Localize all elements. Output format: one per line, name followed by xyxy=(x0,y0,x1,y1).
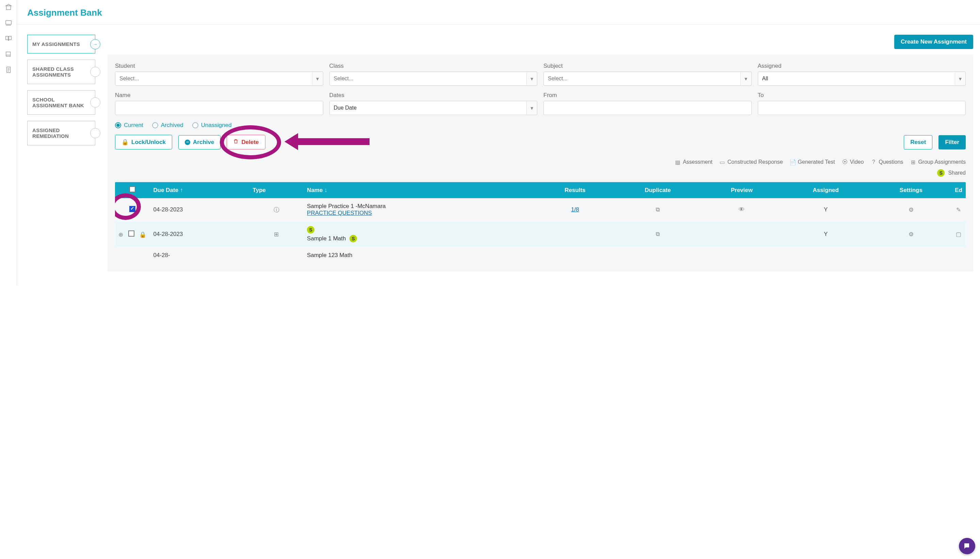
tab-knob-icon xyxy=(90,98,101,108)
tab-assigned-remediation[interactable]: ASSIGNED REMEDIATION xyxy=(27,121,95,146)
col-duplicate[interactable]: Duplicate xyxy=(613,182,703,198)
book-icon[interactable] xyxy=(5,50,12,58)
questions-icon: ⓘ xyxy=(274,207,279,213)
duplicate-icon[interactable]: ⧉ xyxy=(656,206,660,213)
settings-gear-icon[interactable]: ⚙ xyxy=(909,207,914,213)
duplicate-icon[interactable]: ⧉ xyxy=(656,231,660,237)
legend-assessment: ▤Assessment xyxy=(675,159,713,165)
filter-panel: Student ▾ Class ▾ xyxy=(107,55,973,272)
status-radio-group: Current Archived Unassigned xyxy=(115,122,966,129)
screen-icon[interactable] xyxy=(5,19,12,26)
edit-pencil-icon[interactable]: ✎ xyxy=(956,207,961,213)
col-due-date[interactable]: Due Date ↑ xyxy=(150,182,249,198)
chevron-down-icon[interactable]: ▾ xyxy=(526,71,537,86)
cell-name: S Sample 1 Math S xyxy=(304,221,537,247)
svg-marker-3 xyxy=(284,133,370,150)
col-edit[interactable]: Ed xyxy=(952,182,966,198)
shared-badge-icon: S xyxy=(307,226,314,233)
divider xyxy=(17,24,980,25)
building-icon[interactable] xyxy=(5,3,12,11)
lock-unlock-button[interactable]: 🔒 Lock/Unlock xyxy=(115,135,172,149)
col-settings[interactable]: Settings xyxy=(870,182,952,198)
preview-icon[interactable]: 👁 xyxy=(739,206,744,213)
settings-gear-icon[interactable]: ⚙ xyxy=(909,231,914,238)
archive-button[interactable]: − Archive xyxy=(178,135,221,149)
from-label: From xyxy=(543,92,752,99)
cell-due-date: 04-28-2023 xyxy=(150,221,249,247)
reset-button[interactable]: Reset xyxy=(904,135,932,149)
dates-select[interactable] xyxy=(329,101,527,115)
cell-due-date: 04-28-2023 xyxy=(150,198,249,221)
chevron-down-icon[interactable]: ▾ xyxy=(526,101,537,115)
left-nav-rail xyxy=(0,0,17,285)
radio-unassigned[interactable]: Unassigned xyxy=(192,122,232,129)
radio-label: Unassigned xyxy=(201,122,232,129)
col-preview[interactable]: Preview xyxy=(703,182,781,198)
tab-school-bank[interactable]: SCHOOL ASSIGNMENT BANK xyxy=(27,90,95,115)
sort-up-icon: ↑ xyxy=(180,187,183,194)
assigned-select[interactable] xyxy=(758,71,955,86)
group-assignments-icon: ⊞ xyxy=(274,231,279,238)
radio-current[interactable]: Current xyxy=(115,122,143,129)
book-open-icon[interactable] xyxy=(5,35,12,42)
questions-icon: ? xyxy=(870,159,876,165)
class-select[interactable] xyxy=(329,71,527,86)
legend-generated: 📄Generated Test xyxy=(790,159,835,165)
assignments-table: Due Date ↑ Type Name ↓ Results Duplicate… xyxy=(115,182,966,263)
side-tabs: MY ASSIGNMENTS → SHARED CLASS ASSIGNMENT… xyxy=(27,35,95,272)
expand-plus-icon[interactable]: ⊕ xyxy=(119,232,123,238)
subject-label: Subject xyxy=(543,63,752,69)
cell-name: Sample 123 Math xyxy=(304,247,537,263)
assignment-name: Sample Practice 1 -McNamara xyxy=(307,203,534,210)
col-assigned[interactable]: Assigned xyxy=(781,182,871,198)
row-checkbox[interactable] xyxy=(129,206,135,212)
delete-button[interactable]: Delete xyxy=(227,135,265,149)
radio-archived[interactable]: Archived xyxy=(152,122,183,129)
from-input[interactable] xyxy=(543,101,752,115)
radio-label: Current xyxy=(124,122,143,129)
sort-down-icon: ↓ xyxy=(324,187,327,194)
filter-button[interactable]: Filter xyxy=(939,135,966,149)
document-icon[interactable] xyxy=(5,66,12,74)
col-results[interactable]: Results xyxy=(537,182,613,198)
name-input[interactable] xyxy=(115,101,323,115)
results-link[interactable]: 1/8 xyxy=(571,206,579,213)
tab-my-assignments[interactable]: MY ASSIGNMENTS → xyxy=(27,35,95,53)
subject-select[interactable] xyxy=(543,71,741,86)
create-assignment-button[interactable]: Create New Assignment xyxy=(894,35,973,49)
col-type[interactable]: Type xyxy=(249,182,304,198)
annotation-arrow-delete xyxy=(284,128,373,155)
legend-constructed: ▭Constructed Response xyxy=(719,159,783,165)
to-input[interactable] xyxy=(758,101,966,115)
assignment-sublink[interactable]: PRACTICE QUESTIONS xyxy=(307,210,372,216)
legend-shared: S Shared xyxy=(115,169,966,177)
cell-preview xyxy=(703,221,781,247)
button-label: Archive xyxy=(193,139,214,146)
constructed-response-icon: ▭ xyxy=(719,159,726,165)
cell-due-date: 04-28- xyxy=(150,247,249,263)
cell-assigned: Y xyxy=(781,221,871,247)
chevron-down-icon[interactable]: ▾ xyxy=(955,71,966,86)
tab-knob-icon xyxy=(90,67,101,77)
trash-icon xyxy=(233,139,239,146)
chevron-down-icon[interactable]: ▾ xyxy=(741,71,751,86)
tab-label: ASSIGNED REMEDIATION xyxy=(32,127,69,139)
row-checkbox[interactable] xyxy=(128,230,134,237)
table-row: ⊕ 🔒 04-28-2023 ⊞ S Sa xyxy=(115,221,966,247)
chevron-down-icon[interactable]: ▾ xyxy=(312,71,323,86)
dates-label: Dates xyxy=(329,92,538,99)
col-name[interactable]: Name ↓ xyxy=(304,182,537,198)
lock-icon: 🔒 xyxy=(122,139,129,146)
edit-icon[interactable]: ▢ xyxy=(956,231,961,238)
lock-icon: 🔒 xyxy=(139,232,146,238)
select-all-checkbox[interactable] xyxy=(129,186,135,192)
tab-shared-class[interactable]: SHARED CLASS ASSIGNMENTS xyxy=(27,60,95,84)
student-select[interactable] xyxy=(115,71,312,86)
minus-circle-icon: − xyxy=(185,140,190,145)
legend: ▤Assessment ▭Constructed Response 📄Gener… xyxy=(115,159,966,165)
name-label: Name xyxy=(115,92,323,99)
radio-dot-icon xyxy=(152,122,158,128)
class-label: Class xyxy=(329,63,538,69)
radio-dot-icon xyxy=(192,122,198,128)
button-label: Lock/Unlock xyxy=(131,139,166,146)
